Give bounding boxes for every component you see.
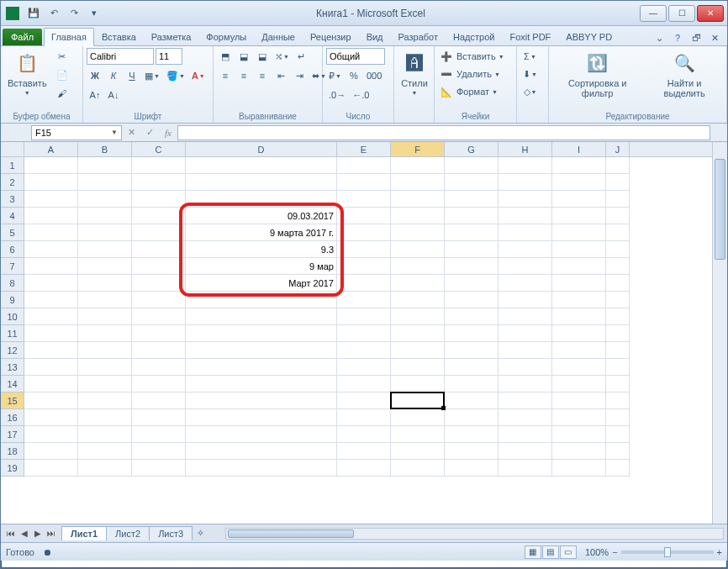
cell[interactable]: [24, 393, 78, 409]
cell[interactable]: [552, 208, 606, 224]
fill-icon[interactable]: ⬇▼: [520, 66, 540, 82]
cell[interactable]: [78, 376, 132, 393]
cell[interactable]: [445, 393, 499, 409]
cell[interactable]: [24, 191, 78, 208]
cell[interactable]: [499, 308, 552, 325]
cell[interactable]: [186, 376, 337, 393]
cancel-formula-icon[interactable]: ✕: [122, 127, 140, 138]
cell[interactable]: [337, 376, 391, 393]
delete-cells-button[interactable]: ➖ Удалить▼: [438, 66, 514, 82]
qat-save-icon[interactable]: 💾: [24, 4, 43, 23]
cell[interactable]: [78, 292, 132, 308]
cell[interactable]: [391, 258, 445, 275]
cell[interactable]: [606, 208, 630, 224]
cell[interactable]: [391, 208, 445, 224]
cell[interactable]: [24, 241, 78, 258]
row-header[interactable]: 12: [1, 342, 24, 359]
sheet-first-icon[interactable]: ⏮: [4, 529, 18, 538]
cell[interactable]: [24, 376, 78, 393]
minimize-button[interactable]: —: [640, 5, 667, 22]
macro-record-icon[interactable]: ⏺: [43, 547, 52, 557]
column-header[interactable]: B: [78, 142, 132, 156]
italic-button[interactable]: К: [105, 67, 122, 84]
cell[interactable]: [391, 359, 445, 376]
cell[interactable]: [24, 359, 78, 376]
cell[interactable]: [24, 208, 78, 224]
cell[interactable]: [445, 376, 499, 393]
scrollbar-thumb[interactable]: [715, 159, 725, 260]
fill-color-button[interactable]: 🪣▼: [164, 67, 187, 84]
normal-view-icon[interactable]: ▦: [525, 545, 541, 559]
cell[interactable]: [606, 359, 630, 376]
cell[interactable]: [552, 342, 606, 359]
styles-button[interactable]: 🅰 Стили ▼: [398, 48, 431, 97]
cell[interactable]: [78, 393, 132, 409]
restore-window-icon[interactable]: 🗗: [688, 30, 704, 45]
cell[interactable]: [132, 224, 186, 241]
cell[interactable]: [445, 460, 499, 477]
cell[interactable]: [499, 460, 552, 477]
row-header[interactable]: 17: [1, 426, 24, 443]
comma-icon[interactable]: 000: [364, 67, 384, 84]
cell[interactable]: [499, 409, 552, 426]
cell[interactable]: [132, 460, 186, 477]
zoom-slider[interactable]: [621, 551, 714, 554]
close-button[interactable]: ✕: [697, 5, 724, 22]
font-name-input[interactable]: [87, 48, 154, 65]
qat-redo-icon[interactable]: ↷: [65, 4, 83, 23]
column-header[interactable]: A: [24, 142, 78, 156]
row-header[interactable]: 14: [1, 376, 24, 393]
cell[interactable]: [24, 426, 78, 443]
currency-icon[interactable]: ₽▼: [326, 67, 344, 84]
align-top-icon[interactable]: ⬒: [217, 48, 234, 65]
row-header[interactable]: 11: [1, 325, 24, 342]
cell[interactable]: [132, 308, 186, 325]
cell[interactable]: [445, 409, 499, 426]
cell[interactable]: [186, 174, 337, 191]
cell[interactable]: [78, 275, 132, 292]
sheet-prev-icon[interactable]: ◀: [18, 529, 31, 538]
cell[interactable]: [78, 208, 132, 224]
cell[interactable]: [499, 208, 552, 224]
column-header[interactable]: C: [132, 142, 186, 156]
cell[interactable]: [186, 443, 337, 460]
cell[interactable]: [24, 308, 78, 325]
cell[interactable]: [499, 224, 552, 241]
qat-undo-icon[interactable]: ↶: [45, 4, 63, 23]
column-header[interactable]: H: [499, 142, 552, 156]
cell[interactable]: [337, 208, 391, 224]
sheet-tab[interactable]: Лист2: [106, 526, 150, 540]
accept-formula-icon[interactable]: ✓: [140, 127, 159, 138]
cell[interactable]: [606, 409, 630, 426]
cell[interactable]: [132, 443, 186, 460]
cell[interactable]: [337, 292, 391, 308]
ribbon-tab[interactable]: Надстрой: [446, 28, 502, 45]
page-break-view-icon[interactable]: ▭: [560, 545, 577, 559]
cell[interactable]: [132, 342, 186, 359]
column-header[interactable]: I: [552, 142, 606, 156]
cell[interactable]: [337, 157, 391, 174]
zoom-in-icon[interactable]: +: [717, 547, 722, 557]
cell[interactable]: [606, 393, 630, 409]
zoom-out-icon[interactable]: −: [612, 547, 617, 557]
cell[interactable]: 9.3: [186, 241, 337, 258]
cell[interactable]: [606, 258, 630, 275]
cell[interactable]: [391, 292, 445, 308]
decrease-indent-icon[interactable]: ⇤: [272, 67, 289, 84]
cell[interactable]: [337, 460, 391, 477]
autosum-icon[interactable]: Σ▼: [520, 48, 540, 65]
cell[interactable]: [24, 292, 78, 308]
formula-input[interactable]: [177, 125, 710, 140]
cell[interactable]: [24, 325, 78, 342]
row-header[interactable]: 13: [1, 359, 24, 376]
cell[interactable]: [391, 460, 445, 477]
cell[interactable]: [445, 157, 499, 174]
cell[interactable]: [337, 325, 391, 342]
cell[interactable]: [132, 325, 186, 342]
cell[interactable]: [499, 443, 552, 460]
ribbon-tab[interactable]: Формулы: [198, 28, 254, 45]
row-header[interactable]: 15: [1, 393, 24, 409]
cell[interactable]: [552, 308, 606, 325]
select-all-corner[interactable]: [1, 142, 24, 157]
cell[interactable]: [499, 258, 552, 275]
